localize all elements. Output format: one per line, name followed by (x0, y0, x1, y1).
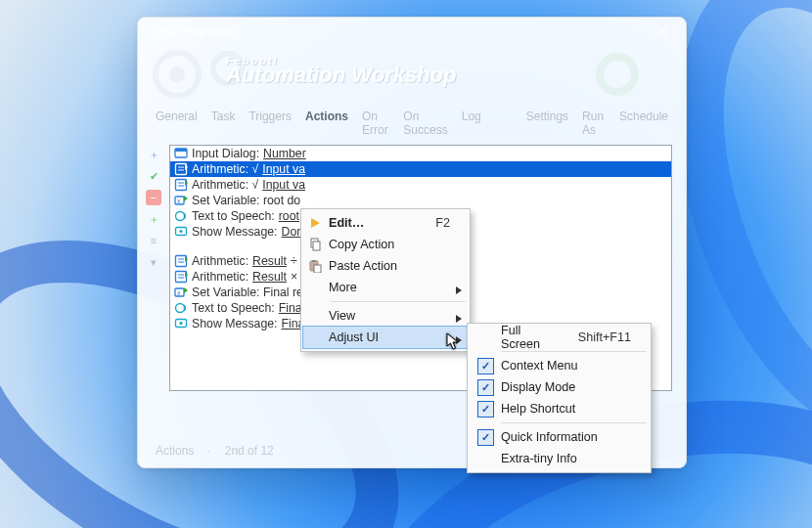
menu-item-copy-action[interactable]: Copy Action (303, 234, 468, 255)
checked-icon: ✓ (470, 358, 499, 374)
action-text: Arithmetic: (192, 254, 248, 268)
submenu-item-quick-information[interactable]: ✓Quick Information (470, 426, 649, 448)
submenu-label: Quick Information (499, 430, 631, 444)
submenu-shortcut: Shift+F11 (578, 330, 631, 344)
close-button[interactable] (643, 20, 682, 43)
menu-item-view[interactable]: View (303, 305, 468, 327)
action-text: Set Variable: root do (192, 194, 300, 207)
msg-icon (174, 317, 188, 330)
action-text: Show Message: (192, 317, 278, 330)
tab-on-error[interactable]: On Error (358, 108, 393, 139)
action-text: Arithmetic: √ (192, 162, 258, 176)
svg-rect-6 (176, 164, 187, 175)
side-menu-icon[interactable]: ≡ (146, 233, 161, 248)
svg-point-19 (179, 322, 182, 325)
adjust-ui-submenu[interactable]: Full ScreenShift+F11✓Context Menu✓Displa… (467, 323, 652, 473)
calc-icon (174, 270, 188, 284)
action-row[interactable]: Arithmetic: √ Input va (170, 161, 671, 177)
menu-label: Edit… (327, 216, 414, 230)
action-row[interactable]: Arithmetic: √ Input va (170, 177, 671, 193)
var-icon: x (174, 194, 188, 207)
svg-rect-13 (176, 256, 187, 267)
close-icon (657, 26, 668, 37)
side-toolbar: ＋ ✔ − ＋ ≡ ▾ (144, 147, 163, 270)
speech-icon (174, 301, 188, 315)
svg-rect-5 (175, 149, 187, 152)
context-menu[interactable]: Edit…F2Copy ActionPaste ActionMoreViewAd… (300, 208, 471, 352)
menu-item-edit[interactable]: Edit…F2 (303, 212, 468, 234)
action-text: Arithmetic: (192, 270, 248, 284)
tab-on-success[interactable]: On Success (399, 108, 451, 139)
submenu-label: Extra-tiny Info (499, 452, 631, 465)
submenu-label: Display Mode (499, 380, 631, 394)
tab-schedule[interactable]: Schedule (615, 108, 672, 139)
action-text: Input Dialog: (192, 147, 259, 160)
menu-shortcut: F2 (435, 216, 450, 230)
svg-point-17 (176, 304, 185, 313)
tab-log[interactable]: Log (458, 108, 485, 139)
titlebar[interactable]: Task Properties (138, 18, 686, 45)
action-extra: × (291, 270, 297, 284)
banner-text: Febooti Automation Workshop (226, 55, 456, 88)
status-separator: · (207, 444, 210, 458)
submenu-label: Help Shortcut (499, 402, 631, 416)
action-row[interactable]: Input Dialog: Number (170, 146, 671, 161)
window-title: Task Properties (152, 24, 236, 38)
svg-rect-23 (312, 260, 316, 262)
checked-icon: ✓ (470, 429, 499, 446)
svg-rect-21 (313, 242, 320, 250)
submenu-item-display-mode[interactable]: ✓Display Mode (470, 376, 649, 398)
checked-icon: ✓ (470, 379, 499, 396)
side-down-icon[interactable]: ▾ (146, 254, 161, 270)
side-plus-green-icon[interactable]: ＋ (146, 211, 161, 227)
tab-actions[interactable]: Actions (301, 108, 352, 139)
action-link: Result (252, 254, 287, 268)
submenu-item-context-menu[interactable]: ✓Context Menu (470, 355, 649, 376)
side-check-icon[interactable]: ✔ (146, 168, 161, 184)
action-row[interactable]: xSet Variable: root do (170, 193, 671, 208)
submenu-item-help-shortcut[interactable]: ✓Help Shortcut (470, 398, 649, 419)
svg-point-1 (169, 66, 185, 82)
menu-label: Paste Action (327, 259, 450, 273)
submenu-label: Full Screen (499, 324, 557, 351)
svg-text:x: x (177, 198, 181, 204)
msg-icon (174, 225, 188, 239)
submenu-arrow-icon (456, 284, 462, 297)
action-text: Text to Speech: (192, 301, 275, 315)
var-icon: x (174, 286, 188, 299)
menu-item-adjust-ui[interactable]: Adjust UI (303, 327, 468, 348)
menu-label: View (327, 309, 450, 323)
menu-label: More (327, 281, 450, 294)
submenu-label: Context Menu (499, 359, 631, 373)
calc-icon (174, 254, 188, 268)
action-extra: ÷ (291, 254, 297, 268)
calc-icon (174, 178, 188, 192)
submenu-arrow-icon (456, 312, 462, 326)
side-add-icon[interactable]: ＋ (146, 147, 161, 162)
svg-point-3 (600, 57, 635, 92)
dialog-icon (174, 147, 188, 160)
banner: Febooti Automation Workshop (138, 45, 686, 104)
submenu-item-extra-tiny-info[interactable]: Extra-tiny Info (470, 448, 649, 469)
tab-triggers[interactable]: Triggers (245, 108, 295, 139)
submenu-item-full-screen[interactable]: Full ScreenShift+F11 (470, 327, 649, 348)
submenu-arrow-icon (456, 333, 462, 347)
tab-task[interactable]: Task (207, 108, 240, 139)
paste-icon (303, 259, 327, 273)
tab-general[interactable]: General (152, 108, 202, 139)
action-link: Input va (262, 162, 305, 176)
action-text: Arithmetic: √ (192, 178, 258, 192)
svg-rect-14 (176, 272, 187, 283)
menu-label: Adjust UI (327, 330, 450, 344)
menu-item-more[interactable]: More (303, 277, 468, 298)
checked-icon: ✓ (470, 401, 499, 418)
menu-item-paste-action[interactable]: Paste Action (303, 255, 468, 277)
status-line: Actions · 2nd of 12 (156, 444, 274, 458)
svg-rect-7 (176, 180, 187, 191)
action-text: Text to Speech: (192, 209, 275, 223)
side-remove-icon[interactable]: − (146, 190, 161, 205)
svg-point-10 (176, 212, 185, 221)
tab-settings[interactable]: Settings (522, 108, 572, 139)
tab-run-as[interactable]: Run As (578, 108, 609, 139)
status-label: Actions (156, 444, 194, 458)
